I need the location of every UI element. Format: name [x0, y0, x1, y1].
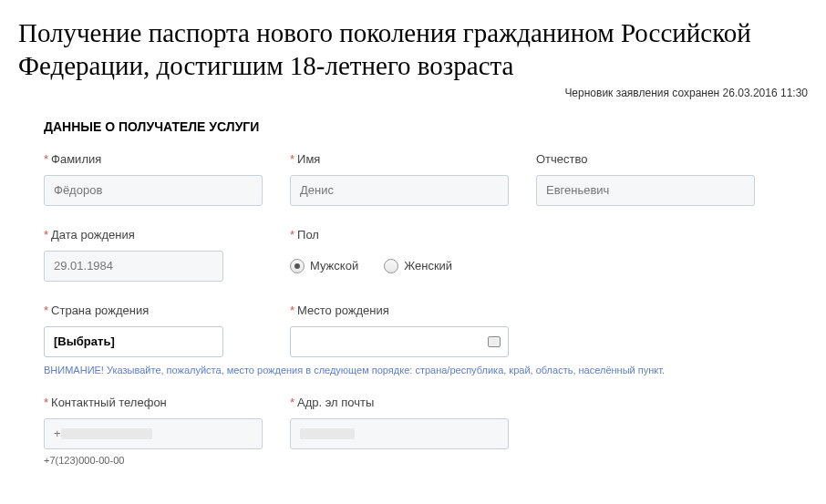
page-title: Получение паспорта нового поколения граж… — [18, 16, 808, 83]
birth-country-select[interactable]: [Выбрать] — [44, 326, 223, 357]
gender-female-radio[interactable]: Женский — [384, 259, 452, 273]
gender-male-radio[interactable]: Мужской — [290, 259, 358, 273]
draft-saved-note: Черновик заявления сохранен 26.03.2016 1… — [18, 87, 808, 99]
birth-country-label: *Страна рождения — [44, 303, 263, 317]
dob-input[interactable]: 29.01.1984 — [44, 251, 223, 282]
gender-label: *Пол — [290, 228, 509, 242]
birth-place-input[interactable] — [290, 326, 509, 357]
phone-masked — [61, 428, 152, 439]
gender-female-label: Женский — [404, 259, 452, 273]
keyboard-icon[interactable] — [488, 336, 501, 347]
phone-input[interactable]: + — [44, 418, 263, 449]
name-input[interactable]: Денис — [290, 175, 509, 206]
name-label: *Имя — [290, 152, 509, 166]
birth-place-label: *Место рождения — [290, 303, 509, 317]
gender-male-label: Мужской — [310, 259, 358, 273]
dob-label: *Дата рождения — [44, 228, 263, 242]
surname-input[interactable]: Фёдоров — [44, 175, 263, 206]
surname-label: *Фамилия — [44, 152, 263, 166]
birth-place-note: ВНИМАНИЕ! Указывайте, пожалуйста, место … — [44, 365, 799, 375]
patronymic-input[interactable]: Евгеньевич — [536, 175, 755, 206]
phone-label: *Контактный телефон — [44, 396, 263, 409]
section-title: ДАННЫЕ О ПОЛУЧАТЕЛЕ УСЛУГИ — [44, 119, 799, 134]
phone-hint: +7(123)000-00-00 — [44, 455, 263, 466]
email-input[interactable] — [290, 418, 509, 449]
patronymic-label: Отчество — [536, 152, 755, 166]
email-label: *Адр. эл почты — [290, 396, 509, 409]
email-masked — [300, 428, 355, 439]
